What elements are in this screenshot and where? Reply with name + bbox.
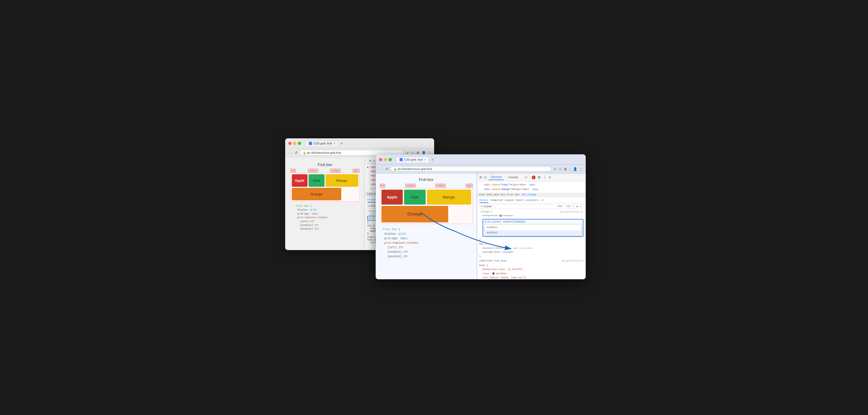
new-rule-btn-front[interactable]: ⊞ xyxy=(577,205,578,208)
orange-cell-front: Orange xyxy=(381,206,448,222)
extension-icon-front[interactable]: ⊞ xyxy=(564,167,567,171)
bc-html-front: html xyxy=(479,193,485,196)
kiwi-cell-back: Kiwi xyxy=(309,174,324,187)
console-tab-front[interactable]: Console xyxy=(506,175,520,180)
dropdown-middle2[interactable]: middle2 xyxy=(485,230,581,235)
computed-tab-front[interactable]: Computed xyxy=(491,198,503,203)
inherited-section-front: Inherited from body css-grid-fruit:3 xyxy=(479,259,583,263)
html-mango-line: <div class="mango">Mango</div> flex xyxy=(479,187,583,192)
devtools-close-front[interactable]: ✕ xyxy=(549,175,551,179)
apple-cell-back: Apple xyxy=(292,174,308,187)
maximize-button-back[interactable] xyxy=(298,142,301,145)
new-tab-front[interactable]: + xyxy=(431,158,433,162)
page-area-back: Fruit box left middle1 middle2 right App… xyxy=(285,157,365,250)
div-rule-body: display: block; user agent stylesheet un… xyxy=(479,246,583,255)
minimize-button-front[interactable] xyxy=(384,158,387,161)
lock-icon-front: 🔒 xyxy=(394,168,397,170)
event-listeners-tab-front[interactable]: Event Listeners xyxy=(516,198,539,203)
screenshot-container: CSS grid- fruit × + ⌄ ‹ › ↺ 🔒 jec.fish/d… xyxy=(285,138,583,277)
inspector-icon-front[interactable]: ⊞ xyxy=(479,175,482,179)
grid-labels-front: left middle1 middle2 right xyxy=(380,184,473,187)
breadcrumb-html-back: html xyxy=(367,193,373,195)
label-middle1-front: middle1 xyxy=(405,184,415,187)
add-rule-btn-front[interactable]: + xyxy=(573,205,574,208)
orange-rule-header: .orange { css-grid-fruit:11 xyxy=(479,210,583,214)
error-badge-front: 1 xyxy=(532,175,535,179)
hov-btn-front[interactable]: :hov xyxy=(557,205,563,208)
orange-close-brace: } xyxy=(479,237,583,242)
back-titlebar: CSS grid- fruit × + ⌄ xyxy=(285,138,434,149)
body-font-line: font-family: Rubik, sans-serif; xyxy=(483,276,583,279)
elements-icon-back[interactable]: ◱ xyxy=(373,159,375,162)
bookmark-icon-front[interactable]: ☆ xyxy=(559,167,562,171)
body-file-ref-front: css-grid-fruit:3 xyxy=(562,259,583,263)
body-color-line: color: #4c566a; xyxy=(483,272,583,276)
label-left-front: left xyxy=(380,184,385,187)
devtools-menu-front[interactable]: ⋮ xyxy=(543,175,547,179)
tab-area-front: CSS grid- fruit × + ⌄ xyxy=(396,157,582,162)
screen-cast-icon-front[interactable]: ⤢ xyxy=(554,167,557,171)
bc-main-front: main xyxy=(494,193,500,196)
html-tree-front: <div class="kiwi">Kiwi</div> flex <div c… xyxy=(477,182,586,193)
back-nav-front[interactable]: ‹ xyxy=(378,167,380,171)
dropdown-front: middle1 middle2 xyxy=(485,225,581,236)
inspector-icon-back[interactable]: ⊞ xyxy=(370,159,371,162)
body-selector-front: body { xyxy=(479,264,488,267)
forward-nav-back[interactable]: › xyxy=(291,151,292,155)
front-browser-content: Fruit box left middle1 middle2 right App… xyxy=(376,173,586,279)
front-browser-window: CSS grid- fruit × + ⌄ ‹ › ↺ 🔒 jec.fish/d… xyxy=(376,154,586,279)
close-button-front[interactable] xyxy=(379,158,382,161)
body-rule-body: background-color: #eceff4; color: #4c566… xyxy=(479,267,583,279)
tab-close-front[interactable]: × xyxy=(424,158,426,161)
toolbar-icons-front: ⤢ ☆ ⊞ ↓ 👤 ⋮ xyxy=(554,167,583,171)
profile-icon-front[interactable]: 👤 xyxy=(573,167,577,171)
inherited-label-front: Inherited from xyxy=(479,260,501,262)
traffic-lights-front xyxy=(379,158,392,161)
filter-bar-front[interactable]: ▽ Filter :hov .cls + ⊞ ↺ xyxy=(479,204,583,209)
more-tabs-front[interactable]: >> xyxy=(522,175,530,180)
tab-close-back[interactable]: × xyxy=(334,142,335,145)
address-bar-front[interactable]: 🔒 jec.fish/demo/css-grid-fruit xyxy=(391,166,552,171)
body-rule-front: body { background-color: #eceff4; color:… xyxy=(479,264,583,279)
styles-tab-back[interactable]: Styles xyxy=(367,197,376,202)
settings-icon-front[interactable]: ⚙ xyxy=(537,175,541,179)
more-styles-tabs-front[interactable]: >> xyxy=(541,198,544,203)
css-panel-back: .fruit-box { display: grid; grid-gap: 10… xyxy=(290,202,360,234)
cls-btn-front[interactable]: .cls xyxy=(565,205,571,208)
active-tab-front[interactable]: CSS grid- fruit × xyxy=(396,157,429,162)
close-button-back[interactable] xyxy=(288,142,291,145)
page-area-front: Fruit box left middle1 middle2 right App… xyxy=(376,173,477,279)
html-kiwi-line: <div class="kiwi">Kiwi</div> flex xyxy=(479,183,583,187)
div-selector-back: div xyxy=(367,225,372,227)
tab-chevron-back: ⌄ xyxy=(429,142,431,145)
bc-orange-front: div.orange xyxy=(521,193,537,196)
refresh-nav-back[interactable]: ↺ xyxy=(294,151,298,155)
styles-tab-front[interactable]: Styles xyxy=(479,198,488,203)
pseudo-buttons-front: :hov .cls + ⊞ ↺ xyxy=(557,205,581,208)
download-icon-front[interactable]: ↓ xyxy=(569,167,571,171)
back-nav-back[interactable]: ‹ xyxy=(288,151,289,155)
body-bg-line: background-color: #eceff4; xyxy=(483,267,583,272)
layout-tab-front[interactable]: Layout xyxy=(505,198,514,203)
filter-icon-front: ▽ xyxy=(481,205,483,208)
styles-tabs-row-front: Styles Computed Layout Event Listeners >… xyxy=(479,198,583,203)
div-rule-front: div { display: block; user agent stylesh… xyxy=(479,242,583,259)
menu-icon-front[interactable]: ⋮ xyxy=(579,167,583,171)
dropdown-middle1[interactable]: middle1 xyxy=(485,225,581,230)
active-tab-back[interactable]: CSS grid- fruit × xyxy=(305,140,339,146)
kiwi-flex-badge: flex xyxy=(529,184,535,186)
minimize-button-back[interactable] xyxy=(293,142,296,145)
orange-cell-back: Orange xyxy=(292,188,342,200)
new-tab-back[interactable]: + xyxy=(341,141,343,146)
maximize-button-front[interactable] xyxy=(389,158,392,161)
traffic-lights-back xyxy=(288,142,301,145)
elements-tab-front[interactable]: Elements xyxy=(489,174,504,180)
picker-icon-front[interactable]: ◱ xyxy=(484,175,487,179)
tab-favicon-back xyxy=(309,142,312,145)
body-link-front: body xyxy=(501,260,507,262)
lock-icon-back: 🔒 xyxy=(303,151,306,154)
refresh-nav-front[interactable]: ↺ xyxy=(385,167,389,171)
refresh-btn-front[interactable]: ↺ xyxy=(580,205,581,208)
forward-nav-front[interactable]: › xyxy=(382,167,383,171)
devtools-front: ⊞ ◱ Elements Console >> 1 ⚙ ⋮ ✕ <div cla… xyxy=(477,173,586,279)
